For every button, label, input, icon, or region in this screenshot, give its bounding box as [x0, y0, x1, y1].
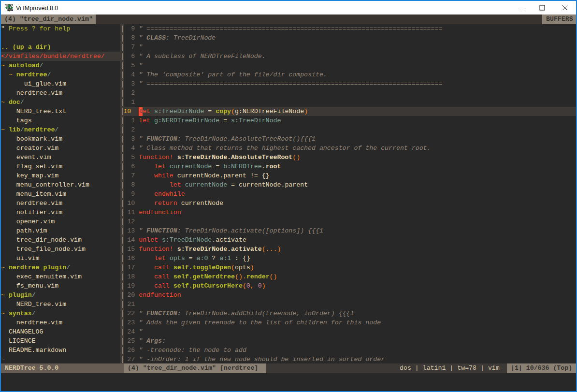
svg-text:im: im	[9, 7, 13, 12]
